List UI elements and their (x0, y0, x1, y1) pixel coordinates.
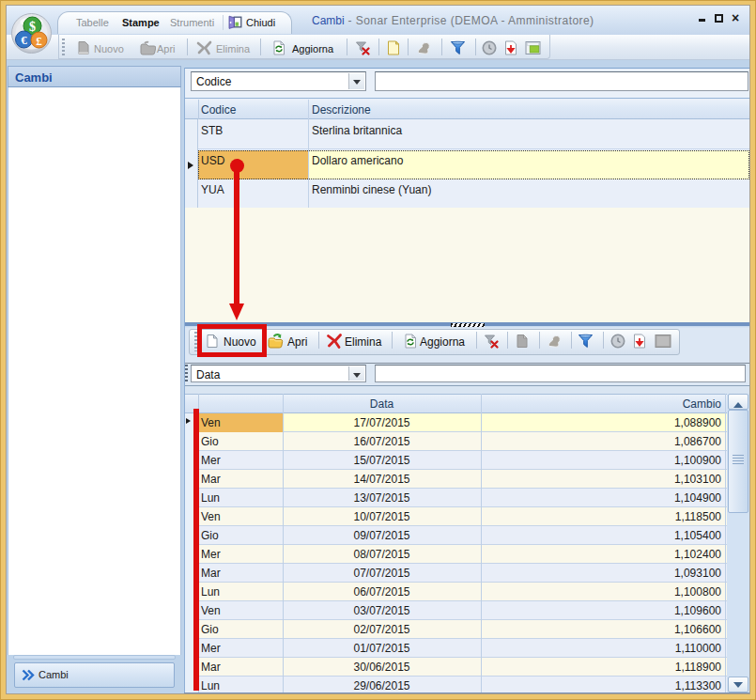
svg-text:€: € (21, 33, 27, 47)
svg-text:£: £ (36, 34, 42, 48)
svg-text:$: $ (29, 20, 36, 34)
